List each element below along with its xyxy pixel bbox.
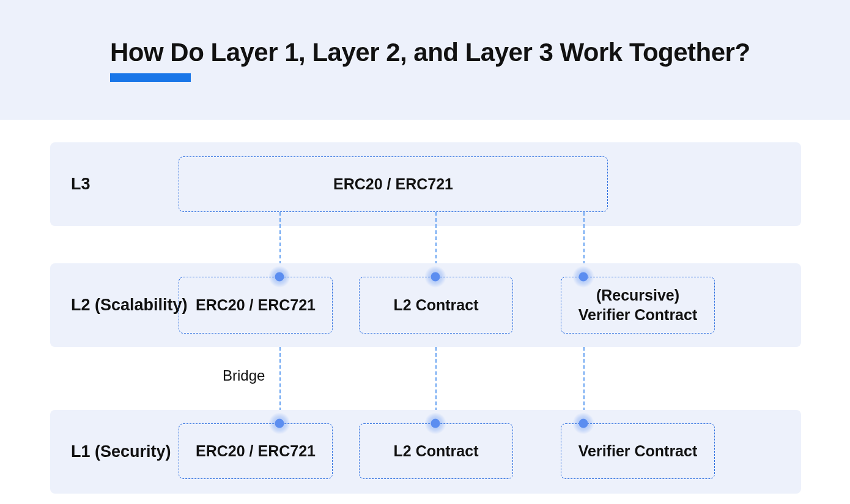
node-dot-icon [424, 412, 446, 434]
row-label-l3: L3 [71, 175, 91, 194]
node-dot-icon [424, 266, 446, 288]
row-label-l2: L2 (Scalability) [71, 296, 188, 315]
node-dot-icon [268, 266, 290, 288]
bridge-label: Bridge [223, 367, 265, 384]
node-dot-icon [572, 266, 594, 288]
box-l2-erc: ERC20 / ERC721 [179, 277, 333, 334]
box-l1-erc: ERC20 / ERC721 [179, 423, 333, 479]
node-dot-icon [268, 412, 290, 434]
page-title: How Do Layer 1, Layer 2, and Layer 3 Wor… [110, 38, 850, 67]
node-dot-icon [572, 412, 594, 434]
title-underline [110, 73, 191, 82]
header-band: How Do Layer 1, Layer 2, and Layer 3 Wor… [0, 0, 850, 120]
row-label-l1: L1 (Security) [71, 442, 171, 461]
box-l3-erc: ERC20 / ERC721 [179, 156, 608, 212]
